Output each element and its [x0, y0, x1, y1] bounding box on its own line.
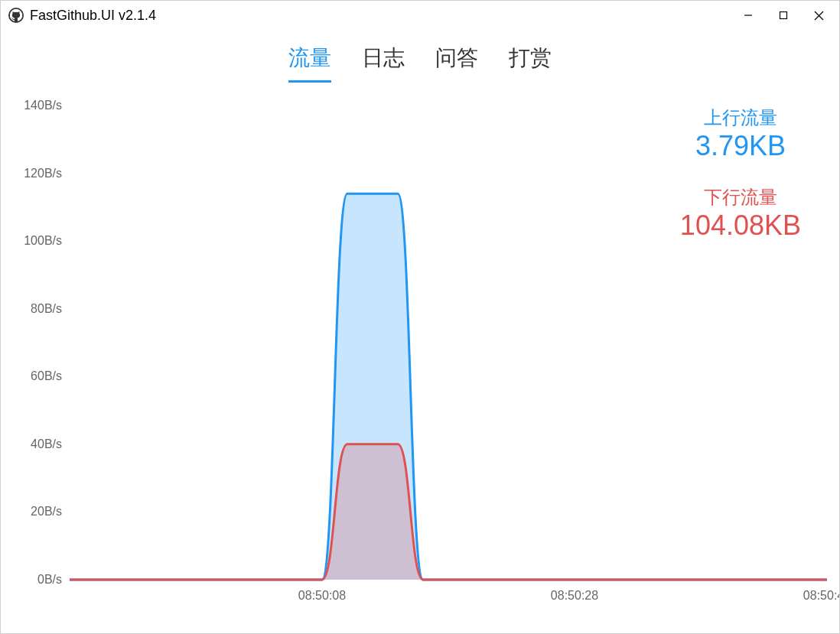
chart-svg [1, 90, 840, 626]
y-tick-label: 20B/s [16, 505, 62, 519]
svg-rect-2 [780, 12, 787, 19]
maximize-button[interactable] [766, 4, 801, 27]
y-tick-label: 40B/s [16, 437, 62, 451]
close-button[interactable] [801, 4, 836, 27]
y-tick-label: 140B/s [16, 99, 62, 112]
tab-traffic[interactable]: 流量 [288, 44, 331, 83]
y-tick-label: 0B/s [16, 573, 62, 587]
x-tick-label: 08:50:08 [298, 589, 346, 603]
window-controls [731, 1, 836, 30]
traffic-chart: 上行流量 3.79KB 下行流量 104.08KB 0B/s20B/s40B/s… [1, 90, 839, 626]
titlebar: FastGithub.UI v2.1.4 [1, 1, 839, 30]
app-icon [8, 8, 24, 23]
tab-bar: 流量 日志 问答 打赏 [1, 30, 839, 90]
y-tick-label: 100B/s [16, 234, 62, 248]
app-title: FastGithub.UI v2.1.4 [30, 8, 731, 24]
tab-qa[interactable]: 问答 [435, 44, 478, 83]
x-tick-label: 08:50:48 [803, 589, 840, 603]
y-tick-label: 120B/s [16, 167, 62, 180]
tab-logs[interactable]: 日志 [362, 44, 405, 83]
y-tick-label: 80B/s [16, 302, 62, 316]
y-tick-label: 60B/s [16, 369, 62, 383]
minimize-button[interactable] [731, 4, 766, 27]
tab-donate[interactable]: 打赏 [509, 44, 552, 83]
x-tick-label: 08:50:28 [551, 589, 598, 603]
